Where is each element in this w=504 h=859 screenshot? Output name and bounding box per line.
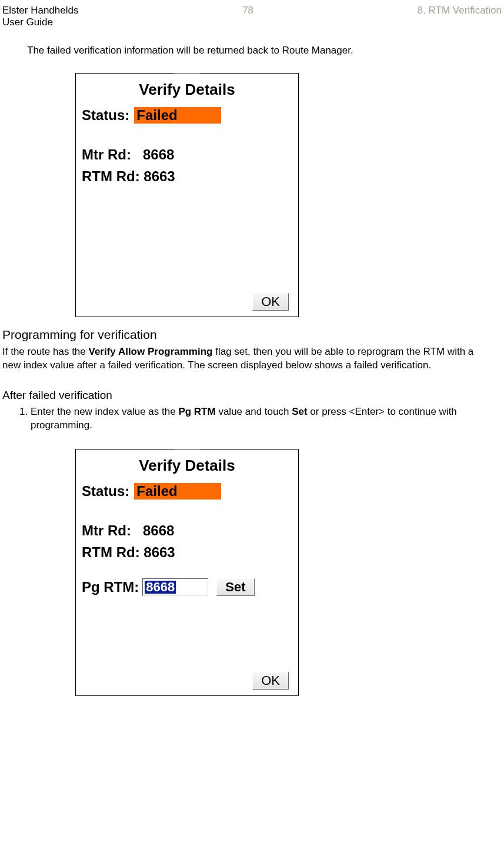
chapter-label: 8. RTM Verification [418,5,502,28]
doc-title: Elster Handhelds [2,5,78,16]
set-button[interactable]: Set [216,578,254,596]
verify-details-screen-2: Verify Details Status: Failed Mtr Rd: 86… [75,449,299,696]
mtr-row: Mtr Rd: 8668 [82,144,298,165]
screen-notch-icon [174,73,200,74]
page-number: 78 [242,5,253,28]
pg-rtm-input[interactable]: 8668 [142,578,208,596]
pg-rtm-value: 8668 [145,581,176,594]
status-label: Status: [82,483,129,500]
status-badge: Failed [134,483,221,500]
mtr-value: 8668 [143,147,174,162]
rtm-row: RTM Rd: 8663 [82,165,298,187]
status-row: Status: Failed [76,483,298,500]
mtr-row: Mtr Rd: 8668 [82,520,298,541]
rtm-label: RTM Rd: [82,544,140,560]
mtr-label: Mtr Rd: [82,522,131,538]
verify-details-screen-1: Verify Details Status: Failed Mtr Rd: 86… [75,73,299,317]
steps-list: Enter the new index value as the Pg RTM … [20,405,486,432]
rtm-value: 8663 [143,168,175,184]
rtm-value: 8663 [143,544,175,560]
section-text: If the route has the Verify Allow Progra… [2,345,486,372]
page-header: Elster Handhelds User Guide 78 8. RTM Ve… [0,0,504,31]
doc-subtitle: User Guide [2,16,78,28]
ok-button[interactable]: OK [252,293,289,311]
pg-rtm-row: Pg RTM: 8668 Set [76,578,298,596]
rtm-label: RTM Rd: [82,168,140,184]
mtr-value: 8668 [143,522,174,538]
flag-name: Verify Allow Programming [88,346,212,357]
section-title: Programming for verification [2,328,504,342]
ok-button[interactable]: OK [252,672,289,690]
rtm-row: RTM Rd: 8663 [82,541,298,563]
sub-title: After failed verification [2,389,504,402]
step1-pre: Enter the new index value as the [31,406,178,417]
step-1: Enter the new index value as the Pg RTM … [31,405,486,432]
step1-mid: value and touch [216,406,292,417]
status-label: Status: [82,107,129,124]
status-badge: Failed [134,107,221,124]
screen-notch-icon [174,449,200,450]
step1-bold1: Pg RTM [178,406,215,417]
mtr-label: Mtr Rd: [82,147,131,162]
reads-block: Mtr Rd: 8668 RTM Rd: 8663 [76,520,298,563]
screen-title: Verify Details [76,81,298,99]
pg-rtm-label: Pg RTM: [82,579,139,595]
status-row: Status: Failed [76,107,298,124]
reads-block: Mtr Rd: 8668 RTM Rd: 8663 [76,144,298,187]
header-left: Elster Handhelds User Guide [2,5,78,28]
screen-title: Verify Details [76,457,298,475]
step1-bold2: Set [292,406,307,417]
section-text-pre: If the route has the [2,346,88,357]
intro-text: The failed verification information will… [27,45,504,56]
